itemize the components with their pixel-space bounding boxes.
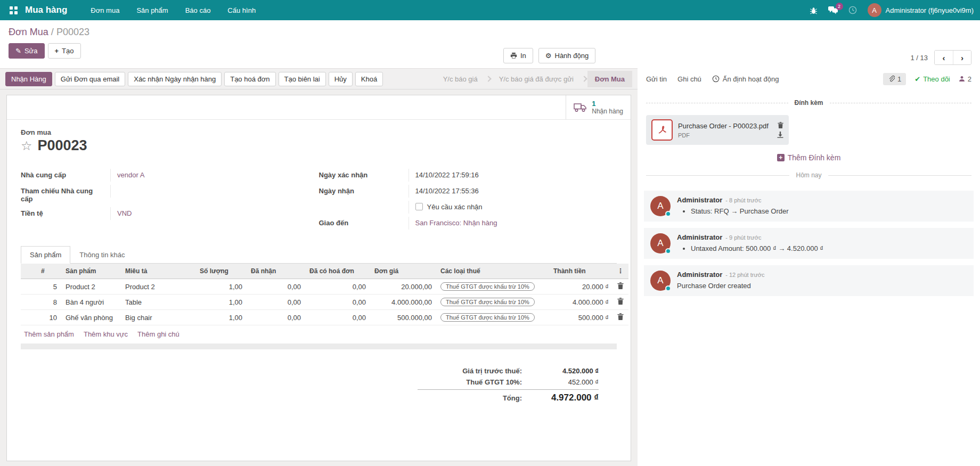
- gear-icon: ⚙: [545, 52, 552, 60]
- pager-previous-button[interactable]: ‹: [935, 51, 953, 64]
- menu-cau-hinh[interactable]: Cấu hình: [220, 1, 263, 20]
- col-qty[interactable]: Số lượng: [195, 264, 247, 279]
- tab-products[interactable]: Sản phẩm: [21, 246, 70, 264]
- debug-bug-icon[interactable]: [810, 6, 818, 14]
- optional-columns-icon[interactable]: ⋮: [613, 264, 628, 279]
- status-pipeline: Y/c báo giá Y/c báo giá đã được gửi Đơn …: [436, 71, 632, 87]
- avatar: A: [650, 196, 671, 216]
- download-attachment-icon[interactable]: [777, 132, 783, 138]
- breadcrumb-current: P00023: [56, 27, 89, 37]
- receive-products-button[interactable]: Nhận Hàng: [5, 72, 52, 86]
- followers-button[interactable]: 2: [959, 75, 971, 83]
- table-row[interactable]: 8 Bàn 4 người Table 1,00 0,00 0,00 4.000…: [21, 295, 628, 310]
- cell-unit-price: 20.000,00: [370, 279, 436, 295]
- pdf-file-icon: [651, 119, 673, 141]
- cell-subtotal: 20.000 ₫: [549, 279, 613, 295]
- form-sheet: 1 Nhận hàng Đơn mua ☆ P00023 Nhà cung cấ…: [6, 95, 631, 461]
- send-by-email-button[interactable]: Gửi Đơn qua email: [55, 72, 125, 86]
- edit-button[interactable]: ✎ Sửa: [9, 43, 45, 59]
- vendor-link[interactable]: vendor A: [117, 171, 144, 179]
- lock-button[interactable]: Khoá: [355, 72, 383, 86]
- add-product-link[interactable]: Thêm sản phẩm: [24, 330, 74, 338]
- table-row[interactable]: 10 Ghế văn phòng Big chair 1,00 0,00 0,0…: [21, 310, 628, 325]
- delete-line-icon[interactable]: [617, 282, 624, 289]
- stage-rfq-sent[interactable]: Y/c báo giá đã được gửi: [492, 71, 581, 87]
- stage-purchase-order[interactable]: Đơn Mua: [587, 71, 632, 87]
- deliver-to-link[interactable]: San Francisco: Nhận hàng: [415, 219, 497, 227]
- ask-confirmation-label: Yêu cầu xác nhận: [427, 203, 483, 211]
- follow-button[interactable]: ✔ Theo dõi: [914, 75, 950, 83]
- table-row[interactable]: 5 Product 2 Product 2 1,00 0,00 0,00 20.…: [21, 279, 628, 295]
- cell-qty: 1,00: [195, 279, 247, 295]
- col-description[interactable]: Miêu tả: [121, 264, 195, 279]
- col-subtotal[interactable]: Thành tiền: [549, 264, 613, 279]
- breadcrumb-parent[interactable]: Đơn Mua: [9, 27, 48, 37]
- receipt-stat-button[interactable]: 1 Nhận hàng: [566, 95, 631, 119]
- delete-attachment-icon[interactable]: [778, 122, 783, 128]
- add-attachment-button[interactable]: + Thêm Đính kèm: [638, 153, 980, 162]
- col-product[interactable]: Sản phẩm: [61, 264, 121, 279]
- favorite-star-icon[interactable]: ☆: [21, 140, 32, 152]
- avatar: A: [650, 271, 671, 291]
- cell-description: Big chair: [121, 310, 195, 325]
- form-view: Nhận Hàng Gửi Đơn qua email Xác nhận Ngà…: [0, 68, 638, 466]
- col-taxes[interactable]: Các loại thuế: [436, 264, 549, 279]
- cancel-button[interactable]: Hủy: [329, 72, 353, 86]
- vendor-ref-value[interactable]: [110, 185, 270, 198]
- add-note-link[interactable]: Thêm ghi chú: [137, 330, 179, 338]
- confirm-date-label: Ngày xác nhận: [319, 169, 409, 181]
- menu-bao-cao[interactable]: Báo cáo: [178, 1, 218, 20]
- chevron-right-icon: [485, 76, 491, 81]
- currency-label: Tiền tệ: [21, 207, 110, 219]
- col-seq[interactable]: #: [37, 264, 61, 279]
- col-billed[interactable]: Đã có hoá đơn: [305, 264, 370, 279]
- create-button[interactable]: + Tạo: [48, 43, 81, 59]
- schedule-activity-button[interactable]: Ấn định hoạt động: [712, 75, 779, 83]
- tab-other-info[interactable]: Thông tin khác: [70, 246, 134, 264]
- print-button[interactable]: In: [503, 48, 533, 63]
- app-brand[interactable]: Mua hàng: [25, 5, 67, 15]
- message-author: Administrator: [677, 196, 722, 204]
- paperclip-icon: [888, 75, 895, 83]
- send-message-button[interactable]: Gửi tin: [646, 75, 667, 83]
- menu-don-mua[interactable]: Đơn mua: [83, 1, 127, 20]
- attachments-toggle[interactable]: 1: [883, 73, 906, 85]
- user-menu[interactable]: A Administrator (fj6nyue0vi9m): [868, 3, 974, 17]
- activities-clock-icon[interactable]: [848, 6, 857, 14]
- stage-rfq[interactable]: Y/c báo giá: [436, 71, 485, 87]
- col-unit-price[interactable]: Đơn giá: [370, 264, 436, 279]
- follower-count: 2: [968, 75, 971, 83]
- currency-link[interactable]: VND: [117, 209, 132, 217]
- cell-billed: 0,00: [305, 279, 370, 295]
- plus-square-icon: +: [777, 154, 785, 161]
- message-body: Untaxed Amount: 500.000 ₫ → 4.520.000 ₫: [691, 244, 823, 252]
- menu-san-pham[interactable]: Sản phẩm: [129, 1, 175, 20]
- list-footer-strip: [21, 344, 617, 349]
- confirm-receipt-date-button[interactable]: Xác nhận Ngày nhận hàng: [128, 72, 222, 86]
- chevron-right-icon: [581, 76, 587, 81]
- apps-menu-icon[interactable]: [10, 6, 18, 14]
- person-icon: [959, 76, 965, 82]
- ask-confirmation-checkbox[interactable]: [415, 203, 423, 210]
- cell-seq: 5: [37, 279, 61, 295]
- col-handle: [21, 264, 37, 279]
- messages-icon[interactable]: 2: [828, 6, 838, 14]
- user-avatar: A: [868, 3, 881, 17]
- create-bill-button[interactable]: Tạo hoá đơn: [224, 72, 275, 86]
- col-received[interactable]: Đã nhận: [247, 264, 305, 279]
- add-section-link[interactable]: Thêm khu vực: [84, 330, 128, 338]
- attachment-name[interactable]: Purchase Order - P00023.pdf: [678, 122, 772, 130]
- cell-product: Product 2: [61, 279, 121, 295]
- printer-icon: [510, 52, 517, 59]
- action-button[interactable]: ⚙ Hành động: [538, 48, 595, 63]
- log-note-button[interactable]: Ghi chú: [677, 75, 701, 83]
- cell-billed: 0,00: [305, 295, 370, 310]
- message-list: A Administrator- 8 phút trước Status: RF…: [638, 179, 980, 296]
- online-dot: [665, 248, 671, 254]
- create-receipt-button[interactable]: Tạo biên lai: [279, 72, 326, 86]
- message: A Administrator- 8 phút trước Status: RF…: [644, 191, 974, 222]
- delete-line-icon[interactable]: [617, 313, 624, 320]
- pager-next-button[interactable]: ›: [953, 51, 971, 64]
- delete-line-icon[interactable]: [617, 298, 624, 305]
- message-body: Purchase Order created: [677, 282, 765, 290]
